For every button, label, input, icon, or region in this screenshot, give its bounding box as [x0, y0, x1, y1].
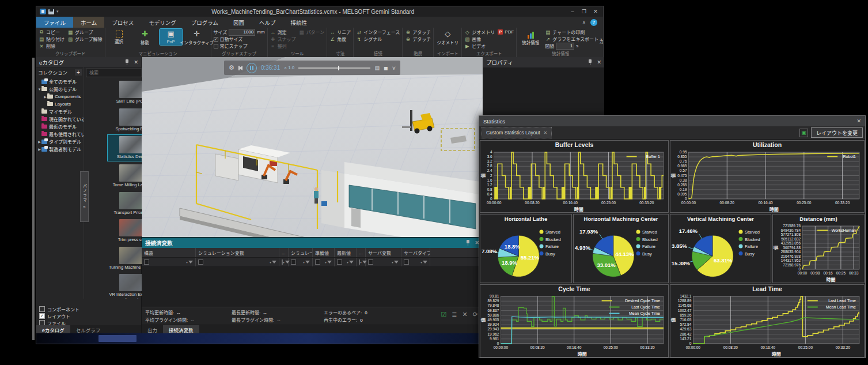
chart-canvas[interactable]: 55.21%18.9%7.08%18.8%StarvedBlockedFailu…	[480, 223, 571, 283]
chart-canvas[interactable]: 0143.21286.42429.63572.84716.05859.26100…	[670, 293, 864, 357]
ribbon-button-statistics[interactable]: 統計情報	[519, 29, 542, 46]
filter-funnel-icon[interactable]	[423, 261, 427, 264]
minimize-button[interactable]: –	[567, 9, 578, 14]
statistics-layout-tab[interactable]: Custom Statistics Layout ✕	[482, 127, 552, 138]
tree-item-タイプ別モデル[interactable]: ▶タイプ別モデル	[36, 138, 84, 145]
add-collection-button[interactable]: +	[75, 69, 82, 76]
tree-item-Layouts[interactable]: Layouts	[36, 100, 84, 108]
video-icon[interactable]: ◼	[384, 65, 388, 71]
filter-レイアウト[interactable]: ✓レイアウト	[39, 313, 79, 319]
interval-input[interactable]: 1	[556, 43, 574, 50]
column-header-サーバタイプ[interactable]: サーバタイプ	[401, 248, 430, 257]
statistics-close-icon[interactable]: ✕	[856, 118, 861, 124]
ribbon-button-move[interactable]: ✚移動	[134, 29, 157, 46]
filter-controls[interactable]: ▾	[186, 260, 193, 264]
tree-item-全てのモデル[interactable]: 全てのモデル	[36, 78, 84, 85]
ribbon-button-attach[interactable]: ⊕アタッチ	[405, 29, 431, 35]
delete-icon[interactable]: ✕	[463, 311, 468, 318]
pin-icon[interactable]	[466, 240, 470, 246]
checkbox-icon[interactable]	[214, 44, 218, 48]
column-header-...[interactable]: ...	[279, 248, 289, 257]
filter-controls[interactable]: ▾	[347, 260, 354, 264]
checkbox-row-自動サイズ[interactable]: 自動サイズ	[214, 36, 265, 42]
grid-size-input[interactable]: 1000	[229, 29, 255, 36]
expander-icon[interactable]: ▶	[37, 140, 41, 144]
signal-icon[interactable]: ⋎	[392, 65, 396, 71]
filter-controls[interactable]: ▾	[420, 260, 427, 264]
ribbon-button-image[interactable]: ▨画像	[464, 36, 495, 42]
column-filter[interactable]: ▾	[401, 258, 430, 266]
ribbon-button-geometry[interactable]: ◇ジオメトリ	[464, 29, 495, 35]
expander-icon[interactable]: ▶	[43, 95, 47, 99]
chart-canvas[interactable]: 44.13%33.01%4.93%17.93%StarvedBlockedFai…	[574, 223, 668, 283]
properties-close-icon[interactable]: ✕	[597, 59, 601, 65]
help-icon[interactable]: ?	[590, 19, 597, 26]
menu-tab-モデリング[interactable]: モデリング	[141, 17, 184, 28]
menu-tab-接続性[interactable]: 接続性	[283, 17, 315, 28]
checkbox-row-常にスナップ[interactable]: 常にスナップ	[214, 43, 265, 49]
ribbon-button-delete[interactable]: ✕削除	[39, 43, 65, 49]
column-filter[interactable]: ▾	[313, 258, 335, 266]
save-icon[interactable]	[48, 9, 54, 14]
pin-icon[interactable]	[125, 59, 129, 65]
column-filter[interactable]: ▾	[366, 258, 401, 266]
refresh-icon[interactable]: ⟳	[473, 311, 478, 318]
filter-controls[interactable]: ▾	[303, 260, 310, 264]
tree-item-現在開かれている[interactable]: 現在開かれている	[36, 115, 84, 123]
pause-button[interactable]	[247, 63, 257, 73]
menu-tab-図面[interactable]: 図面	[226, 17, 252, 28]
ribbon-button-interface[interactable]: ⇄インターフェース	[356, 29, 400, 35]
ribbon-button-export-graph[interactable]: ↗グラフをエキスポート▾	[545, 36, 602, 42]
filter-checkbox-icon[interactable]	[291, 259, 296, 265]
column-filter[interactable]: ▾	[196, 258, 279, 266]
checkbox-icon[interactable]: ✓	[39, 313, 45, 319]
menu-tab-ホーム[interactable]: ホーム	[73, 17, 104, 28]
ribbon-button-geometry[interactable]: ◇ジオメトリ	[436, 29, 459, 46]
tree-item-マイモデル[interactable]: マイモデル	[36, 108, 84, 115]
column-filter[interactable]: ▾	[357, 258, 366, 266]
tree-item-製造者別モデル[interactable]: ▶製造者別モデル	[36, 145, 84, 153]
ribbon-button-video[interactable]: ▶ビデオ	[464, 43, 495, 49]
filter-checkbox-icon[interactable]	[144, 259, 149, 265]
column-header-最新値[interactable]: 最新値	[335, 248, 357, 257]
filter-funnel-icon[interactable]	[394, 261, 399, 264]
filter-checkbox-icon[interactable]	[198, 259, 203, 265]
ecatalog-close-icon[interactable]: ✕	[134, 59, 138, 65]
column-header-シミュレー...[interactable]: シミュレー...	[289, 248, 313, 257]
settings-icon[interactable]: ⚙	[229, 64, 234, 72]
filter-controls[interactable]: ▾	[325, 260, 332, 264]
chart-canvas[interactable]: 072158.976144317.952216476.928288635.904…	[773, 223, 864, 283]
filter-controls[interactable]: ▾	[392, 260, 399, 264]
expander-icon[interactable]: ▼	[37, 88, 41, 91]
filter-funnel-icon[interactable]	[188, 261, 193, 264]
ribbon-button-interactive[interactable]: ✛インタラクティブ	[185, 29, 209, 46]
chart-canvas[interactable]: 00.40.81.21.622.42.83.23.6400:00:0000:08…	[480, 149, 668, 212]
checkbox-icon[interactable]	[39, 306, 45, 312]
panorama-collapsed-tab[interactable]: パノラマ «	[80, 171, 89, 222]
menu-tab-ファイル[interactable]: ファイル	[36, 17, 73, 28]
ribbon-button-signal[interactable]: ↯シグナル	[356, 36, 400, 42]
ribbon-button-copy[interactable]: ⧉コピー	[39, 29, 65, 35]
tree-item-Components[interactable]: ▶Components	[36, 93, 84, 100]
ribbon-button-angle[interactable]: ∠角度	[329, 36, 351, 42]
ribbon-button-detach[interactable]: ⊖デタッチ	[405, 36, 431, 42]
column-filter[interactable]: ▾	[279, 258, 289, 266]
close-button[interactable]: ✕	[590, 9, 601, 14]
ribbon-button-measure[interactable]: ↔測定	[270, 29, 296, 35]
ribbon-button-print[interactable]: ▤チャートの印刷	[545, 29, 602, 35]
menu-tab-プロセス[interactable]: プロセス	[104, 17, 141, 28]
layout-grid-icon[interactable]: ▣	[799, 129, 808, 137]
filter-controls[interactable]: ▾	[270, 260, 276, 264]
ribbon-button-group[interactable]: ▦グループ	[67, 29, 103, 35]
column-header-準備値[interactable]: 準備値	[313, 248, 335, 257]
pin-icon[interactable]	[588, 59, 592, 65]
filter-funnel-icon[interactable]	[305, 261, 310, 264]
menu-tab-ヘルプ[interactable]: ヘルプ	[252, 17, 283, 28]
filter-checkbox-icon[interactable]	[404, 259, 409, 265]
ribbon-button-pdf[interactable]: PPDF	[498, 29, 514, 35]
menu-tab-プログラム[interactable]: プログラム	[184, 17, 226, 28]
tree-item-最も使用されている[interactable]: 最も使用されている	[36, 130, 84, 138]
column-filter[interactable]: ▾	[142, 258, 196, 266]
filter-funnel-icon[interactable]	[349, 261, 354, 264]
filter-funnel-icon[interactable]	[327, 261, 332, 264]
